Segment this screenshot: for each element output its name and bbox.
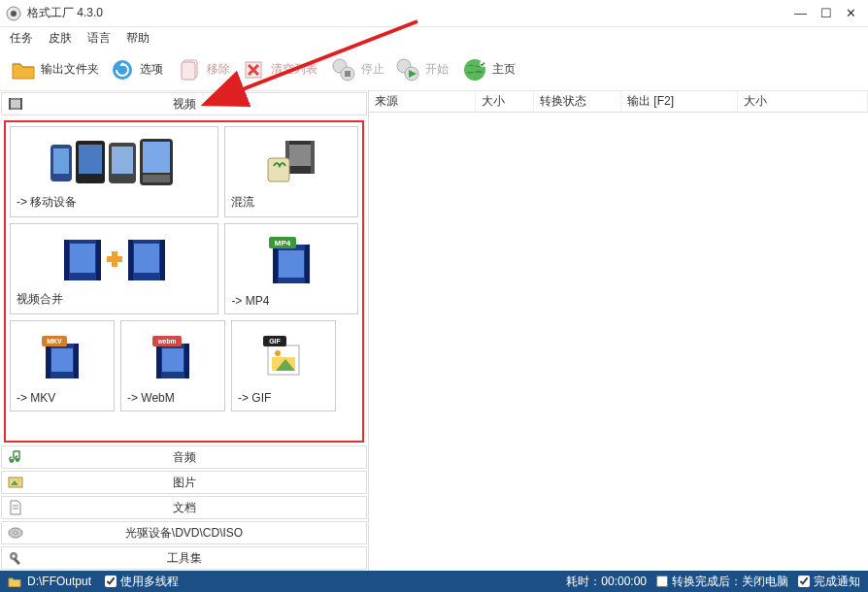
category-video[interactable]: 视频 (1, 92, 367, 115)
svg-rect-37 (64, 240, 69, 280)
table-header: 来源 大小 转换状态 输出 [F2] 大小 (369, 91, 868, 113)
menu-skin[interactable]: 皮肤 (49, 30, 72, 47)
svg-rect-5 (182, 62, 195, 80)
clear-list-button[interactable]: 清空列表 (236, 54, 321, 85)
notify-input[interactable] (798, 576, 810, 587)
home-button[interactable]: 主页 (457, 54, 519, 85)
statusbar: D:\FFOutput 使用多线程 耗时：00:00:00 转换完成后：关闭电脑… (0, 571, 868, 592)
stop-icon (330, 56, 357, 83)
svg-rect-46 (279, 250, 304, 278)
svg-rect-33 (311, 141, 315, 174)
globe-icon (461, 56, 488, 83)
svg-rect-31 (289, 145, 311, 166)
output-path[interactable]: D:\FFOutput (27, 575, 91, 588)
window-title: 格式工厂 4.3.0 (27, 5, 794, 21)
video-panel: -> 移动设备 混流 (4, 120, 364, 443)
shutdown-checkbox[interactable]: 转换完成后：关闭电脑 (656, 574, 788, 590)
svg-rect-28 (143, 142, 170, 173)
th-size2[interactable]: 大小 (738, 91, 868, 112)
start-icon (394, 56, 421, 83)
left-pane: 视频 -> 移动设备 (0, 91, 369, 571)
notify-checkbox[interactable]: 完成通知 (798, 574, 860, 590)
svg-point-65 (275, 350, 281, 356)
svg-rect-52 (51, 348, 73, 372)
task-list-empty (369, 113, 868, 571)
th-source[interactable]: 来源 (369, 91, 476, 112)
th-state[interactable]: 转换状态 (534, 91, 621, 112)
svg-rect-29 (143, 175, 170, 182)
tile-mobile-label: -> 移动设备 (17, 194, 212, 211)
svg-rect-47 (273, 245, 278, 283)
gear-wrench-icon (8, 550, 23, 566)
tile-mux-label: 混流 (231, 194, 351, 211)
right-pane: 来源 大小 转换状态 输出 [F2] 大小 (369, 91, 868, 571)
tile-mobile-device[interactable]: -> 移动设备 (10, 126, 218, 217)
document-icon (8, 500, 23, 515)
elapsed: 耗时：00:00:00 (566, 574, 647, 590)
tile-mp4[interactable]: MP4 -> MP4 (224, 223, 358, 314)
gif-icon: GIF (238, 327, 329, 387)
tile-mkv[interactable]: MKV -> MKV (10, 320, 115, 411)
home-label: 主页 (492, 61, 516, 78)
svg-point-69 (10, 459, 14, 463)
maximize-button[interactable]: ☐ (820, 6, 832, 20)
shutdown-input[interactable] (656, 576, 668, 587)
status-folder-icon[interactable] (8, 575, 21, 588)
multithread-input[interactable] (105, 576, 117, 587)
th-size[interactable]: 大小 (476, 91, 534, 112)
menu-language[interactable]: 语言 (87, 30, 111, 47)
menu-task[interactable]: 任务 (10, 30, 33, 47)
folder-icon (10, 56, 37, 83)
category-drive-label: 光驱设备\DVD\CD\ISO (125, 525, 243, 542)
remove-button[interactable]: 移除 (172, 54, 234, 85)
th-output[interactable]: 输出 [F2] (621, 91, 738, 112)
mobile-devices-icon (17, 133, 212, 190)
clear-list-icon (240, 56, 267, 83)
shutdown-label: 转换完成后：关闭电脑 (672, 574, 788, 590)
minimize-button[interactable]: — (794, 6, 807, 20)
svg-rect-60 (184, 344, 189, 378)
category-document[interactable]: 文档 (1, 496, 367, 519)
category-image[interactable]: 图片 (1, 471, 367, 494)
picture-icon (8, 475, 23, 490)
svg-point-1 (11, 11, 17, 16)
svg-text:GIF: GIF (269, 338, 281, 345)
category-toolset[interactable]: 工具集 (1, 546, 367, 570)
close-button[interactable]: ✕ (846, 6, 856, 20)
start-button[interactable]: 开始 (390, 54, 452, 85)
output-folder-button[interactable]: 输出文件夹 (6, 54, 103, 85)
menu-help[interactable]: 帮助 (126, 30, 150, 47)
main-area: 视频 -> 移动设备 (0, 91, 868, 571)
multithread-checkbox[interactable]: 使用多线程 (105, 574, 179, 590)
svg-text:MKV: MKV (47, 338, 62, 345)
svg-rect-53 (46, 344, 50, 378)
options-button[interactable]: 选项 (105, 54, 167, 85)
tile-mux[interactable]: 混流 (224, 126, 358, 217)
multithread-label: 使用多线程 (120, 574, 179, 590)
svg-rect-36 (70, 244, 95, 273)
remove-icon (176, 56, 203, 83)
tile-webm[interactable]: webm -> WebM (120, 320, 225, 411)
svg-rect-19 (9, 98, 11, 110)
category-audio[interactable]: 音频 (1, 445, 367, 469)
svg-rect-41 (128, 240, 133, 280)
svg-rect-58 (162, 348, 184, 372)
category-document-label: 文档 (173, 500, 196, 516)
svg-point-73 (17, 479, 20, 482)
svg-rect-59 (156, 344, 161, 378)
tile-video-merge[interactable]: 视频合并 (10, 223, 218, 314)
svg-rect-40 (134, 244, 159, 273)
webm-icon: webm (127, 327, 218, 387)
mux-icon (231, 133, 351, 190)
category-video-label: 视频 (173, 96, 196, 113)
category-drive[interactable]: 光驱设备\DVD\CD\ISO (1, 521, 367, 544)
svg-rect-42 (160, 240, 165, 280)
stop-button[interactable]: 停止 (326, 54, 388, 85)
tile-gif[interactable]: GIF -> GIF (231, 320, 336, 411)
tile-merge-label: 视频合并 (17, 291, 212, 308)
category-toolset-label: 工具集 (167, 550, 202, 567)
options-icon (109, 56, 136, 83)
clear-list-label: 清空列表 (271, 61, 317, 78)
titlebar: 格式工厂 4.3.0 — ☐ ✕ (0, 0, 868, 27)
window-controls: — ☐ ✕ (794, 6, 862, 20)
